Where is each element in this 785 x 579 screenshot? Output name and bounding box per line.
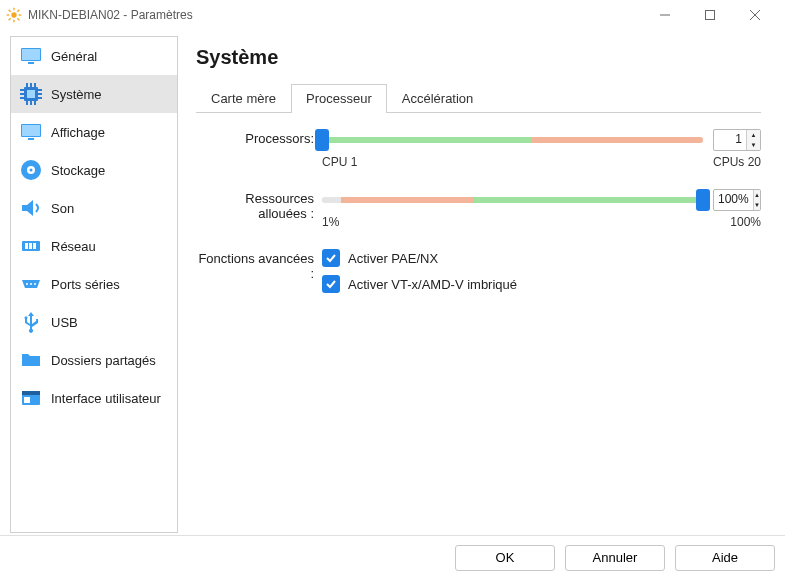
usb-icon [19, 310, 43, 334]
sidebar-item-system[interactable]: Système [11, 75, 177, 113]
chip-icon [19, 82, 43, 106]
gear-icon [6, 7, 22, 23]
svg-line-8 [17, 10, 19, 12]
svg-point-35 [30, 169, 33, 172]
settings-sidebar: GénéralSystèmeAffichageStockageSonRéseau… [10, 36, 178, 533]
svg-rect-10 [705, 11, 714, 20]
sidebar-item-label: Ports séries [51, 277, 120, 292]
processors-slider-thumb[interactable] [315, 129, 329, 151]
sidebar-item-storage[interactable]: Stockage [11, 151, 177, 189]
window-close-button[interactable] [732, 1, 777, 29]
window-icon [19, 386, 43, 410]
help-button[interactable]: Aide [675, 545, 775, 571]
monitor-icon [19, 44, 43, 68]
page-title: Système [196, 46, 761, 69]
serial-icon [19, 272, 43, 296]
checkbox-row-vtx: Activer VT-x/AMD-V imbriqué [322, 275, 761, 293]
svg-rect-47 [24, 397, 30, 403]
sidebar-item-general[interactable]: Général [11, 37, 177, 75]
checkbox-pae[interactable] [322, 249, 340, 267]
svg-point-43 [30, 283, 32, 285]
processors-spinner-down[interactable]: ▼ [747, 140, 760, 150]
tab-motherboard[interactable]: Carte mère [196, 84, 291, 113]
monitor-icon [19, 120, 43, 144]
speaker-icon [19, 196, 43, 220]
processors-min-label: CPU 1 [322, 155, 357, 169]
window-title: MIKN-DEBIAN02 - Paramètres [28, 8, 642, 22]
sidebar-item-serial[interactable]: Ports séries [11, 265, 177, 303]
processors-slider[interactable] [322, 129, 703, 151]
advanced-label: Fonctions avancées : [196, 249, 322, 281]
processors-row: Processors: 1 ▲ ▼ [196, 129, 761, 169]
sidebar-item-label: USB [51, 315, 78, 330]
tab-accel[interactable]: Accélération [387, 84, 489, 113]
resources-max-label: 100% [730, 215, 761, 229]
processors-spinner-up[interactable]: ▲ [747, 130, 760, 140]
svg-point-42 [26, 283, 28, 285]
ok-button[interactable]: OK [455, 545, 555, 571]
resources-spinner[interactable]: 100% ▲ ▼ [713, 189, 761, 211]
svg-rect-32 [28, 138, 34, 140]
resources-value: 100% [714, 190, 753, 210]
svg-rect-46 [22, 391, 40, 395]
processors-label: Processors: [196, 129, 322, 146]
tab-processor[interactable]: Processeur [291, 84, 387, 113]
processors-max-label: CPUs 20 [713, 155, 761, 169]
sidebar-item-label: Stockage [51, 163, 105, 178]
sidebar-item-ui[interactable]: Interface utilisateur [11, 379, 177, 417]
svg-rect-39 [29, 243, 32, 249]
svg-rect-40 [33, 243, 36, 249]
svg-line-7 [9, 18, 11, 20]
sidebar-item-label: Son [51, 201, 74, 216]
window-maximize-button[interactable] [687, 1, 732, 29]
checkbox-vtx[interactable] [322, 275, 340, 293]
sidebar-item-label: Affichage [51, 125, 105, 140]
sidebar-item-label: Réseau [51, 239, 96, 254]
resources-slider-thumb[interactable] [696, 189, 710, 211]
svg-point-44 [34, 283, 36, 285]
sidebar-item-audio[interactable]: Son [11, 189, 177, 227]
tabs: Carte mèreProcesseurAccélération [196, 83, 761, 113]
resources-label: Ressources allouées : [196, 189, 322, 221]
processors-value: 1 [714, 130, 746, 150]
sidebar-item-usb[interactable]: USB [11, 303, 177, 341]
svg-rect-17 [27, 90, 35, 98]
advanced-row: Fonctions avancées : Activer PAE/NXActiv… [196, 249, 761, 301]
sidebar-item-label: Système [51, 87, 102, 102]
svg-point-0 [11, 12, 16, 17]
window-minimize-button[interactable] [642, 1, 687, 29]
settings-main: Système Carte mèreProcesseurAccélération… [178, 36, 775, 533]
svg-line-6 [17, 18, 19, 20]
folder-icon [19, 348, 43, 372]
resources-spinner-down[interactable]: ▼ [754, 200, 760, 210]
cancel-button[interactable]: Annuler [565, 545, 665, 571]
checkbox-label-vtx: Activer VT-x/AMD-V imbriqué [348, 277, 517, 292]
svg-rect-31 [22, 125, 40, 136]
sidebar-item-shared[interactable]: Dossiers partagés [11, 341, 177, 379]
resources-row: Ressources allouées : 100% ▲ ▼ [196, 189, 761, 229]
svg-line-5 [9, 10, 11, 12]
svg-rect-38 [25, 243, 28, 249]
checkbox-label-pae: Activer PAE/NX [348, 251, 438, 266]
resources-min-label: 1% [322, 215, 339, 229]
svg-rect-14 [22, 49, 40, 60]
resources-slider[interactable] [322, 189, 703, 211]
nic-icon [19, 234, 43, 258]
sidebar-item-label: Dossiers partagés [51, 353, 156, 368]
disk-icon [19, 158, 43, 182]
checkbox-row-pae: Activer PAE/NX [322, 249, 761, 267]
processors-spinner[interactable]: 1 ▲ ▼ [713, 129, 761, 151]
sidebar-item-network[interactable]: Réseau [11, 227, 177, 265]
dialog-footer: OK Annuler Aide [0, 535, 785, 579]
svg-rect-15 [28, 62, 34, 64]
resources-spinner-up[interactable]: ▲ [754, 190, 760, 200]
svg-marker-36 [22, 200, 33, 216]
sidebar-item-display[interactable]: Affichage [11, 113, 177, 151]
sidebar-item-label: Interface utilisateur [51, 391, 161, 406]
sidebar-item-label: Général [51, 49, 97, 64]
titlebar: MIKN-DEBIAN02 - Paramètres [0, 0, 785, 30]
